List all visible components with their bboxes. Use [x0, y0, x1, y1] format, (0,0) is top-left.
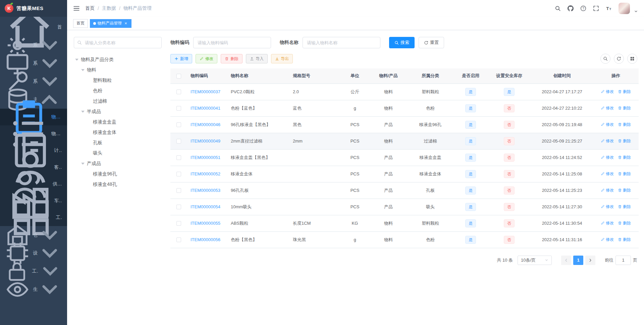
enabled-badge[interactable]: 是 [465, 170, 476, 178]
tree-node[interactable]: 塑料颗粒 [74, 75, 162, 86]
question-icon[interactable]: ? [580, 5, 586, 11]
app-logo[interactable]: K 苦糖果MES [0, 0, 67, 17]
edit-row-link[interactable]: 修改 [601, 237, 614, 242]
tree-node[interactable]: 产成品 [74, 158, 162, 169]
delete-row-link[interactable]: 删除 [618, 89, 631, 95]
enabled-badge[interactable]: 是 [465, 154, 476, 162]
prev-page-button[interactable] [561, 256, 571, 265]
enabled-badge[interactable]: 是 [465, 104, 476, 112]
edit-row-link[interactable]: 修改 [601, 220, 614, 226]
avatar[interactable] [619, 3, 630, 14]
close-icon[interactable]: × [123, 21, 128, 26]
edit-row-link[interactable]: 修改 [601, 171, 614, 177]
material-code-link[interactable]: ITEM00000041 [191, 106, 220, 111]
category-search-input[interactable] [74, 37, 162, 48]
row-checkbox[interactable] [176, 155, 181, 160]
safety-stock-badge[interactable]: 否 [504, 236, 515, 244]
tree-node[interactable]: 物料 [74, 65, 162, 75]
safety-stock-badge[interactable]: 否 [504, 186, 515, 195]
enabled-badge[interactable]: 是 [465, 203, 476, 211]
search-icon[interactable] [555, 5, 561, 11]
row-checkbox[interactable] [176, 106, 181, 111]
material-code-link[interactable]: ITEM00000054 [191, 204, 220, 209]
delete-row-link[interactable]: 删除 [618, 171, 631, 177]
safety-stock-badge[interactable]: 否 [504, 203, 515, 211]
row-checkbox[interactable] [176, 237, 181, 242]
material-code-input[interactable] [193, 37, 271, 48]
delete-row-link[interactable]: 删除 [618, 105, 631, 111]
tree-node[interactable]: 移液盒96孔 [74, 169, 162, 179]
reset-button[interactable]: 重置 [419, 37, 444, 48]
tree-node[interactable]: 移液盒盒盖 [74, 117, 162, 127]
edit-button[interactable]: 修改 [196, 54, 217, 63]
show-search-button[interactable] [600, 54, 610, 64]
enabled-badge[interactable]: 是 [465, 186, 476, 195]
edit-row-link[interactable]: 修改 [601, 204, 614, 210]
delete-row-link[interactable]: 删除 [618, 204, 631, 210]
material-code-link[interactable]: ITEM00000052 [191, 171, 220, 176]
edit-row-link[interactable]: 修改 [601, 187, 614, 193]
row-checkbox[interactable] [176, 172, 181, 176]
material-code-link[interactable]: ITEM00000053 [191, 188, 220, 193]
safety-stock-badge[interactable]: 否 [504, 219, 515, 227]
edit-row-link[interactable]: 修改 [601, 138, 614, 144]
font-size-icon[interactable]: TT [606, 5, 612, 11]
tree-node[interactable]: 物料及产品分类 [74, 54, 162, 65]
material-code-link[interactable]: ITEM00000056 [191, 237, 220, 242]
delete-row-link[interactable]: 删除 [618, 122, 631, 127]
github-icon[interactable] [568, 5, 574, 11]
tree-node[interactable]: 半成品 [74, 106, 162, 117]
refresh-button[interactable] [614, 54, 624, 64]
columns-button[interactable] [627, 54, 637, 64]
row-checkbox[interactable] [176, 221, 181, 226]
safety-stock-badge[interactable]: 否 [504, 104, 515, 112]
edit-row-link[interactable]: 修改 [601, 122, 614, 127]
add-button[interactable]: 新增 [170, 54, 192, 63]
safety-stock-badge[interactable]: 否 [504, 121, 515, 129]
material-code-link[interactable]: ITEM00000055 [191, 221, 220, 226]
delete-button[interactable]: 删除 [221, 54, 243, 63]
delete-row-link[interactable]: 删除 [618, 237, 631, 242]
tree-node[interactable]: 孔板 [74, 138, 162, 148]
delete-row-link[interactable]: 删除 [618, 155, 631, 160]
page-number-button[interactable]: 1 [573, 256, 583, 265]
tree-node[interactable]: 移液盒48孔 [74, 179, 162, 189]
row-checkbox[interactable] [176, 188, 181, 193]
breadcrumb-item[interactable]: 首页 [85, 5, 95, 11]
row-checkbox[interactable] [176, 90, 181, 94]
import-button[interactable]: 导入 [246, 54, 268, 63]
chevron-down-icon[interactable] [634, 9, 638, 13]
material-code-link[interactable]: ITEM00000037 [191, 89, 220, 94]
edit-row-link[interactable]: 修改 [601, 89, 614, 95]
material-name-input[interactable] [303, 37, 380, 48]
delete-row-link[interactable]: 删除 [618, 138, 631, 144]
goto-page-input[interactable] [615, 256, 631, 265]
tab-home[interactable]: 首页 [73, 19, 88, 28]
safety-stock-badge[interactable]: 是 [504, 88, 515, 96]
tree-node[interactable]: 色粉 [74, 86, 162, 96]
delete-row-link[interactable]: 删除 [618, 220, 631, 226]
enabled-badge[interactable]: 是 [465, 137, 476, 145]
tab-material-product-management[interactable]: 物料产品管理 × [90, 19, 131, 28]
material-code-link[interactable]: ITEM00000046 [191, 122, 220, 127]
hamburger-icon[interactable] [73, 5, 80, 12]
row-checkbox[interactable] [176, 122, 181, 127]
edit-row-link[interactable]: 修改 [601, 105, 614, 111]
safety-stock-badge[interactable]: 否 [504, 170, 515, 178]
safety-stock-badge[interactable]: 否 [504, 154, 515, 162]
search-button[interactable]: 搜索 [389, 37, 415, 48]
material-code-link[interactable]: ITEM00000049 [191, 139, 220, 144]
delete-row-link[interactable]: 删除 [618, 187, 631, 193]
page-size-select[interactable]: 10条/页 [518, 256, 552, 265]
fullscreen-icon[interactable] [593, 5, 599, 11]
export-button[interactable]: 导出 [271, 54, 293, 63]
row-checkbox[interactable] [176, 139, 181, 144]
enabled-badge[interactable]: 是 [465, 219, 476, 227]
enabled-badge[interactable]: 是 [465, 88, 476, 96]
breadcrumb-item[interactable]: 主数据 [102, 5, 116, 11]
row-checkbox[interactable] [176, 205, 181, 209]
material-code-link[interactable]: ITEM00000051 [191, 155, 220, 160]
sidebar-item-production-management[interactable]: 生产管理 [0, 280, 67, 299]
tree-node[interactable]: 吸头 [74, 148, 162, 158]
tree-node[interactable]: 移液盒盒体 [74, 127, 162, 138]
